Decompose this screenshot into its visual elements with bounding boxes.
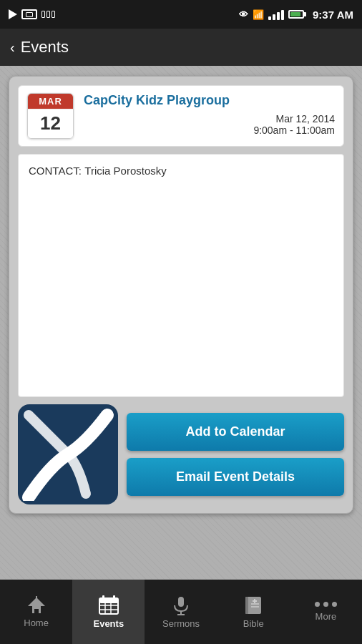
event-title: CapCity Kidz Playgroup — [84, 93, 335, 109]
eye-icon: 👁 — [239, 9, 248, 20]
sermons-icon — [171, 595, 191, 615]
svg-rect-3 — [34, 609, 39, 613]
logo-svg — [21, 408, 114, 501]
svg-rect-6 — [99, 598, 118, 603]
contact-label: CONTACT: — [29, 165, 82, 177]
email-event-details-button[interactable]: Email Event Details — [127, 458, 344, 496]
nav-label-home: Home — [24, 618, 49, 628]
event-header: MAR 12 CapCity Kidz Playgroup Mar 12, 20… — [18, 85, 344, 147]
home-icon — [26, 596, 47, 615]
nav-label-bible: Bible — [243, 618, 264, 629]
svg-rect-4 — [36, 596, 37, 602]
image-icon — [21, 9, 37, 19]
add-to-calendar-button[interactable]: Add to Calendar — [127, 413, 344, 451]
signal-bars — [268, 9, 284, 20]
events-icon — [98, 595, 119, 615]
svg-rect-8 — [113, 595, 115, 601]
event-time: 9:00am - 11:00am — [84, 125, 335, 136]
svg-rect-13 — [178, 597, 184, 607]
bottom-action-area: Add to Calendar Email Event Details — [18, 404, 344, 504]
nav-item-home[interactable]: Home — [0, 580, 72, 644]
bottom-nav: Home Events Sermons — [0, 580, 362, 644]
calendar-month: MAR — [28, 94, 73, 109]
more-dots-icon — [315, 602, 337, 607]
contact-name: Tricia Porostosky — [84, 165, 166, 177]
nav-item-events[interactable]: Events — [72, 580, 145, 644]
calendar-day: 12 — [28, 109, 73, 138]
event-card: MAR 12 CapCity Kidz Playgroup Mar 12, 20… — [9, 76, 353, 514]
nav-item-more[interactable]: More — [290, 580, 362, 644]
status-bar-right: 👁 📶 9:37 AM — [239, 9, 353, 21]
nav-label-more: More — [315, 611, 337, 622]
bible-icon — [243, 595, 263, 615]
wifi-icon: 📶 — [253, 9, 264, 20]
nav-label-events: Events — [93, 618, 124, 629]
contact-box: CONTACT: Tricia Porostosky — [18, 154, 344, 397]
music-icon — [41, 11, 55, 18]
battery-icon — [288, 10, 306, 19]
back-button[interactable]: ‹ — [10, 39, 15, 56]
action-buttons: Add to Calendar Email Event Details — [127, 413, 344, 496]
event-info: CapCity Kidz Playgroup Mar 12, 2014 9:00… — [84, 93, 335, 136]
status-bar: 👁 📶 9:37 AM — [0, 0, 362, 29]
nav-item-bible[interactable]: Bible — [217, 580, 290, 644]
svg-rect-7 — [102, 595, 104, 601]
calendar-icon: MAR 12 — [27, 93, 74, 139]
event-date: Mar 12, 2014 — [84, 113, 335, 125]
status-bar-left — [9, 9, 55, 19]
time-display: 9:37 AM — [313, 9, 353, 21]
main-content: MAR 12 CapCity Kidz Playgroup Mar 12, 20… — [0, 66, 362, 580]
nav-item-sermons[interactable]: Sermons — [145, 580, 217, 644]
header: ‹ Events — [0, 29, 362, 66]
svg-rect-17 — [245, 597, 248, 614]
page-title: Events — [21, 38, 69, 57]
logo-box — [18, 404, 118, 504]
play-icon — [9, 9, 17, 19]
nav-label-sermons: Sermons — [162, 618, 200, 629]
